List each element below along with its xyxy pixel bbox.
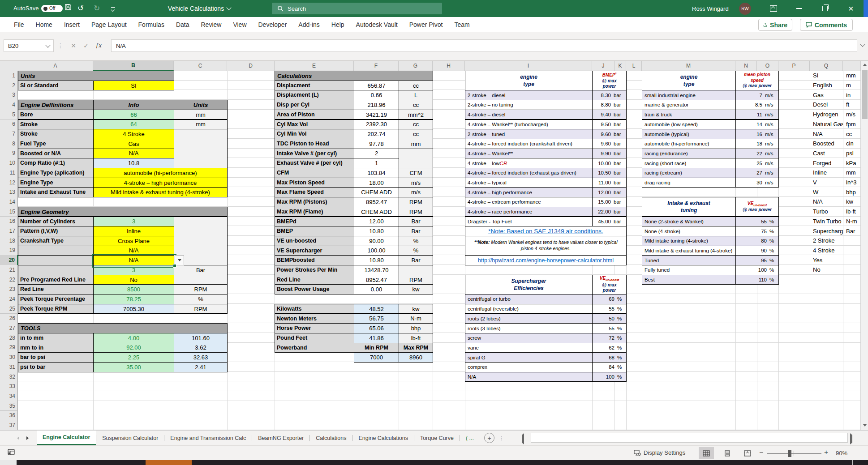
piston-speed-table-row-type[interactable]: automobile (hi-performance)	[642, 139, 736, 149]
calc-cell-r19-g[interactable]: %	[399, 246, 433, 256]
left-cell-r28-c[interactable]: 101.60	[174, 333, 228, 343]
left-cell-r22-b[interactable]: No	[93, 275, 174, 285]
supercharger-table-row-type[interactable]: centrifugal (reversible)	[465, 304, 593, 314]
lookup-q-item[interactable]: Natural Gas	[812, 119, 843, 129]
left-cell-r25-b[interactable]: 7005.30	[93, 304, 174, 314]
calc-cell-r13-g[interactable]: m/s	[399, 187, 433, 197]
calc-cell-r17-e[interactable]: BMEP	[275, 226, 354, 236]
supercharger-table-row-value[interactable]: 84%	[592, 362, 627, 372]
row-header-22[interactable]: 22	[0, 275, 18, 285]
hscroll-right-icon[interactable]	[850, 435, 852, 443]
row-header-37[interactable]: 37	[0, 420, 18, 431]
view-page-layout-button[interactable]	[720, 447, 735, 459]
left-cell-r18-b[interactable]: Cross Plane	[93, 236, 174, 246]
left-cell-r13-bc[interactable]: Mild intake & exhaust tuning (4-stroke)	[93, 187, 228, 197]
calc-cell-r3-e[interactable]: Displacment (L)	[275, 90, 354, 100]
left-cell-r30-c[interactable]: 32.63	[174, 352, 228, 363]
bmep-table-row-type[interactable]: 2-stroke – diesel	[465, 90, 593, 100]
left-cell-r11-a[interactable]: Engine Type (aplication)	[18, 168, 94, 178]
sheet-tab-partial[interactable]: ( ...	[460, 431, 480, 445]
tuning-table-row-type[interactable]: None (2-stroke & Wankel)	[642, 217, 736, 227]
col-header-N[interactable]: N	[735, 61, 757, 71]
tab-help[interactable]: Help	[326, 17, 350, 32]
left-cell-r30-a[interactable]: bar to psi	[18, 352, 94, 363]
left-cell-r30-b[interactable]: 2.25	[93, 352, 174, 363]
left-cell-r10-a[interactable]: Comp Ratio (#:1)	[18, 158, 94, 168]
supercharger-table-row-type[interactable]: centrifugal or turbo	[465, 294, 593, 304]
left-cell-r7-c[interactable]	[174, 129, 228, 168]
col-header-partial[interactable]	[843, 61, 860, 71]
bmep-source-link[interactable]: http://hpwizard.com/engine-horsepower-ca…	[465, 255, 627, 265]
calc-cell-r16-f[interactable]: 12.00	[354, 217, 399, 227]
row-header-26[interactable]: 26	[0, 314, 18, 324]
col-header-P[interactable]: P	[778, 61, 810, 71]
calc-cell-r3-f[interactable]: 0.66	[354, 90, 399, 100]
tab-review[interactable]: Review	[195, 17, 228, 32]
row-header-2[interactable]: 2	[0, 81, 18, 91]
left-cell-r31-a[interactable]: psi to bar	[18, 362, 94, 372]
row-header-35[interactable]: 35	[0, 401, 18, 411]
lookup-q-item[interactable]: Gas	[812, 90, 843, 100]
row-header-18[interactable]: 18	[0, 236, 18, 246]
calc-cell-r29-f[interactable]: Min RPM	[354, 343, 399, 353]
bmep-table-row-type[interactable]: 4-stroke – forced induction (crankshaft …	[465, 139, 593, 149]
left-cell-r8-a[interactable]: Fuel Type	[18, 139, 94, 149]
left-cell-r29-b[interactable]: 92.00	[93, 343, 174, 353]
bmep-table-row-value[interactable]: 22.00bar	[592, 207, 627, 217]
piston-speed-table-row-value[interactable]: 18m/s	[735, 139, 779, 149]
view-page-break-button[interactable]	[740, 447, 755, 459]
left-cell-r28-a[interactable]: in to mm	[18, 333, 94, 343]
bmep-table-row-value[interactable]: 9.50bar	[592, 119, 627, 130]
left-cell-r24-c[interactable]: %	[174, 294, 228, 304]
lookup-r-item[interactable]: ft	[845, 100, 860, 110]
calc-cell-r26-g[interactable]: N-m	[399, 314, 433, 324]
avatar[interactable]: RW	[739, 3, 751, 15]
left-cell-r16-a[interactable]: Number of Cylinders	[18, 217, 94, 227]
calc-cell-r19-e[interactable]: VE Supercharger	[275, 246, 354, 256]
piston-speed-table-row-type[interactable]: automobile (typical)	[642, 129, 736, 139]
calc-cell-r9-e[interactable]: Intake Valve # (per cyl)	[275, 149, 354, 159]
left-cell-r6-a[interactable]: Stroke	[18, 119, 94, 130]
calc-cell-r25-g[interactable]: kw	[399, 304, 433, 314]
col-header-Q[interactable]: Q	[810, 61, 843, 71]
col-header-B[interactable]: B	[93, 61, 174, 71]
left-cell-r18-a[interactable]: Crankshaft Type	[18, 236, 94, 246]
tab-team[interactable]: Team	[448, 17, 475, 32]
calc-cell-r27-g[interactable]: bhp	[399, 323, 433, 333]
piston-speed-table-row-value[interactable]: 11m/s	[735, 110, 779, 120]
calc-cell-r12-f[interactable]: 18.00	[354, 178, 399, 188]
insert-function-icon[interactable]: ƒx	[93, 39, 104, 52]
calc-cell-r2-f[interactable]: 656.87	[354, 81, 399, 91]
calc-cell-r10-e[interactable]: Exhaust Valve # (per cyl)	[275, 158, 354, 168]
zoom-out-button[interactable]: −	[759, 448, 763, 456]
tab-page-layout[interactable]: Page Layout	[86, 17, 133, 32]
calc-cell-r7-g[interactable]: cc	[399, 129, 433, 139]
lookup-q-item[interactable]: 4 Stroke	[812, 246, 843, 256]
calc-cell-r9-f[interactable]: 2	[354, 149, 399, 159]
lookup-q-item[interactable]: Cast	[812, 149, 843, 158]
name-box[interactable]: B20	[4, 39, 54, 52]
hscroll-left-icon[interactable]	[522, 435, 524, 443]
piston-speed-table-row-value[interactable]: 25m/s	[735, 158, 779, 168]
close-button[interactable]: ×	[841, 0, 861, 17]
lookup-q-item[interactable]: Twin Turbo	[812, 217, 843, 226]
left-cell-r19-a[interactable]	[18, 246, 94, 256]
calc-cell-r15-e[interactable]: Max RPM (Flame)	[275, 207, 354, 217]
piston-speed-table-row-value[interactable]: 7m/s	[735, 90, 779, 100]
left-cell-r12-a[interactable]: Engine Type	[18, 178, 94, 188]
search-input[interactable]: Search	[272, 3, 442, 14]
row-header-13[interactable]: 13	[0, 187, 18, 197]
zoom-in-button[interactable]: +	[824, 448, 828, 456]
left-cell-r5-c[interactable]: mm	[174, 110, 228, 120]
piston-speed-table-row-type[interactable]: automobile (low speed)	[642, 119, 736, 130]
row-header-17[interactable]: 17	[0, 226, 18, 236]
bmep-table-row-value[interactable]: 45.00bar	[592, 217, 627, 227]
lookup-q-item[interactable]: Boosted	[812, 139, 843, 149]
piston-speed-table-row-type[interactable]: racing (endurance)	[642, 149, 736, 159]
piston-speed-table-row-type[interactable]: drag racing	[642, 178, 736, 188]
lookup-q-item[interactable]: Turbo	[812, 207, 843, 217]
row-header-6[interactable]: 6	[0, 119, 18, 130]
undo-icon[interactable]: ↺	[75, 4, 86, 13]
tuning-table-row-value[interactable]: 55%	[735, 217, 779, 227]
calc-cell-r21-e[interactable]: Power Strokes Per Min	[275, 265, 354, 275]
